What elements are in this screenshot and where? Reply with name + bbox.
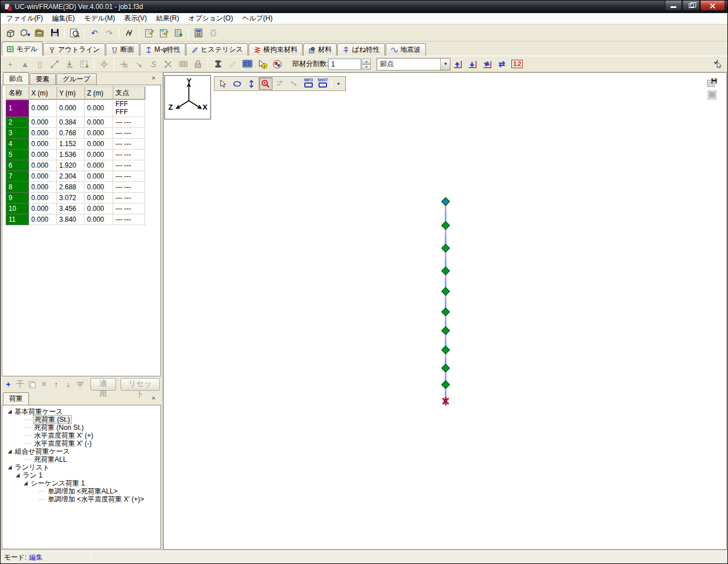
zoom-extents-button[interactable] <box>273 77 287 90</box>
menu-model[interactable]: モデル(M) <box>79 13 119 24</box>
tab-mphi[interactable]: M-φ特性 <box>140 43 186 56</box>
add-support-button[interactable]: ▲ <box>18 57 32 71</box>
menu-file[interactable]: ファイル(F) <box>2 13 47 24</box>
export-model-button[interactable] <box>465 57 480 71</box>
table-row[interactable]: 3 0.0000.768 0.000--- --- <box>6 128 145 139</box>
tab-elements[interactable]: 要素 <box>30 73 56 85</box>
node-marker-4[interactable] <box>441 346 450 355</box>
add-rigid-button[interactable]: ▯ <box>32 57 47 71</box>
rotate-button[interactable]: S <box>146 57 161 71</box>
lock-button[interactable] <box>191 57 205 71</box>
restore-button[interactable] <box>682 1 700 11</box>
table-row[interactable]: 6 0.0001.920 0.000--- --- <box>6 160 145 171</box>
pan-view-button[interactable] <box>245 77 258 90</box>
tree-expander-icon[interactable] <box>8 450 12 454</box>
col-x[interactable]: X (m) <box>29 87 57 99</box>
node-marker-6[interactable] <box>441 308 450 317</box>
tree-item[interactable]: 水平震度荷重 X′ (-) <box>6 439 160 447</box>
mirror-button[interactable] <box>161 57 176 71</box>
col-name[interactable]: 名称 <box>6 87 29 99</box>
table-row[interactable]: 8 0.0002.688 0.000--- --- <box>6 182 145 193</box>
delete-row-button[interactable]: × <box>39 378 49 391</box>
tab-seismic[interactable]: 地震波 <box>386 43 426 56</box>
table-row[interactable]: 11 0.0003.840 0.000--- --- <box>6 214 145 225</box>
tree-item[interactable]: 死荷重 (Non St.) <box>6 424 160 432</box>
undo-button[interactable]: ↶ <box>87 26 102 40</box>
node-marker-10[interactable] <box>441 221 450 230</box>
scale-badge-button[interactable]: 1.2 <box>510 57 524 71</box>
spin-down-button[interactable]: ▼ <box>362 64 371 70</box>
move-button[interactable]: ↘ <box>131 57 146 71</box>
load-panel-close-icon[interactable]: × <box>150 395 158 403</box>
table-row[interactable]: 9 0.0003.072 0.000--- --- <box>6 193 145 204</box>
tree-item[interactable]: 死荷重ALL <box>6 455 160 463</box>
print-preview-button[interactable] <box>67 26 82 40</box>
tree-item[interactable]: シーケンス荷重 1 <box>6 479 160 487</box>
tab-material[interactable]: 材料 <box>303 43 337 56</box>
tree-expander-icon[interactable] <box>8 466 12 470</box>
move-up-button[interactable]: ↑ <box>51 378 61 391</box>
mesh-divide-button[interactable] <box>176 57 191 71</box>
import-model-button[interactable] <box>450 57 465 71</box>
tab-confined-material[interactable]: 横拘束材料 <box>249 43 303 56</box>
save-view-button[interactable] <box>706 77 718 88</box>
shot-capture-button[interactable]: SHOT <box>316 77 329 90</box>
redo-button[interactable]: ↷ <box>102 26 117 40</box>
menu-result[interactable]: 結果(R) <box>151 13 184 24</box>
tree-item[interactable]: 組合せ荷重ケース <box>6 447 160 455</box>
tree-expander-icon[interactable] <box>8 410 12 414</box>
table-row[interactable]: 5 0.0001.536 0.000--- --- <box>6 150 145 160</box>
menu-edit[interactable]: 編集(E) <box>47 13 79 24</box>
node-marker-5[interactable] <box>441 326 450 335</box>
node-marker-8[interactable] <box>441 267 450 276</box>
table-export-button[interactable] <box>171 26 186 40</box>
view-settings-button[interactable] <box>270 57 284 71</box>
close-button[interactable] <box>700 1 725 11</box>
tree-item[interactable]: ランリスト <box>6 463 160 471</box>
table-input-button[interactable] <box>77 57 92 71</box>
node-marker-3[interactable] <box>441 364 450 373</box>
screen-capture-button[interactable] <box>240 57 255 71</box>
tree-item[interactable]: 基本荷重ケース <box>6 408 160 416</box>
col-support[interactable]: 支点 <box>113 87 145 99</box>
support-node-marker-1[interactable] <box>442 397 449 405</box>
node-panel-close-icon[interactable]: × <box>150 74 158 82</box>
add-model-button[interactable] <box>18 26 32 40</box>
paste-support-button[interactable] <box>62 57 77 71</box>
select-info-button[interactable]: i <box>255 57 270 71</box>
report-settings-button[interactable] <box>156 26 171 40</box>
refresh-button[interactable] <box>495 57 510 71</box>
notes-list-button[interactable] <box>706 89 718 101</box>
tree-item[interactable]: ラン 1 <box>6 471 160 479</box>
menu-options[interactable]: オプション(O) <box>184 13 238 24</box>
tree-item[interactable]: 死荷重 (St.) <box>6 416 160 424</box>
open-file-button[interactable] <box>32 26 47 40</box>
calculator-button[interactable] <box>191 26 206 40</box>
node-marker-2[interactable] <box>441 380 450 389</box>
tree-expander-icon[interactable] <box>24 482 28 486</box>
numbering-button[interactable] <box>122 26 136 40</box>
node-marker-7[interactable] <box>441 287 450 296</box>
move-down-button[interactable]: ↓ <box>63 378 73 391</box>
model-viewport[interactable]: Y X Z <box>163 72 727 550</box>
new-model-button[interactable] <box>3 26 18 40</box>
tab-spring[interactable]: ばね特性 <box>337 43 385 56</box>
copy-row-button[interactable] <box>27 378 38 391</box>
tree-item[interactable]: 単調増加 <死荷重ALL> <box>6 487 160 495</box>
info-capture-button[interactable]: INFO <box>301 77 315 90</box>
tab-groups[interactable]: グループ <box>56 73 97 85</box>
tab-section[interactable]: 断面 <box>106 43 139 56</box>
table-row[interactable]: 4 0.0001.152 0.000--- --- <box>6 139 145 150</box>
select-check-button[interactable] <box>710 57 725 71</box>
minimize-button[interactable] <box>665 1 682 11</box>
table-row[interactable]: 1 0.0000.000 0.000FFF FFF <box>6 99 145 117</box>
add-member-button[interactable] <box>47 57 62 71</box>
tab-hysteresis[interactable]: ヒステリシス <box>186 43 248 56</box>
tree-item[interactable]: 単調増加 <水平震度荷重 X′ (+)> <box>6 495 160 503</box>
menu-view[interactable]: 表示(V) <box>119 13 151 24</box>
menu-help[interactable]: ヘルプ(H) <box>238 13 278 24</box>
tree-item[interactable]: 水平震度荷重 X′ (+) <box>6 432 160 439</box>
sort-button[interactable] <box>75 378 85 391</box>
tab-load[interactable]: 荷重 <box>3 392 29 405</box>
outline-ghost-button[interactable] <box>225 57 240 71</box>
